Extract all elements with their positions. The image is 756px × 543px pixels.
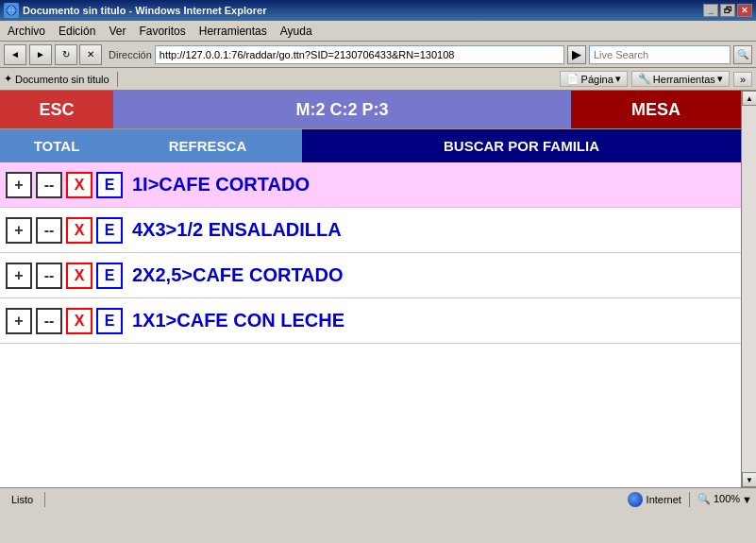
forward-btn[interactable]: ► bbox=[29, 44, 52, 65]
scroll-up-btn[interactable]: ▲ bbox=[742, 91, 756, 106]
buscar-button[interactable]: BUSCAR POR FAMILIA bbox=[302, 129, 741, 162]
favorites-bar: ✦ Documento sin titulo 📄 Página ▾ 🔧 Herr… bbox=[0, 68, 756, 91]
order-text-3: 1X1>CAFE CON LECHE bbox=[132, 310, 344, 331]
status-text: Listo bbox=[4, 494, 41, 505]
title-bar: Documento sin titulo - Windows Internet … bbox=[0, 0, 756, 21]
restore-btn[interactable]: 🗗 bbox=[720, 4, 735, 17]
status-divider2 bbox=[689, 492, 690, 507]
page-btn[interactable]: 📄 Página ▾ bbox=[560, 71, 628, 87]
total-button[interactable]: TOTAL bbox=[0, 129, 113, 162]
scroll-down-btn[interactable]: ▼ bbox=[742, 472, 756, 487]
back-btn[interactable]: ◄ bbox=[4, 44, 26, 65]
order-row-1: + -- X E 4X3>1/2 ENSALADILLA bbox=[0, 208, 741, 253]
plus-btn-2[interactable]: + bbox=[6, 263, 32, 289]
globe-icon bbox=[628, 492, 643, 507]
scroll-track[interactable] bbox=[742, 106, 756, 472]
main-panel: ESC M:2 C:2 P:3 MESA TOTAL REFRESCA BUSC… bbox=[0, 91, 741, 487]
app-icon bbox=[4, 3, 19, 18]
menu-ayuda[interactable]: Ayuda bbox=[275, 23, 318, 40]
tools-btn[interactable]: 🔧 Herramientas ▾ bbox=[631, 71, 730, 87]
x-btn-0[interactable]: X bbox=[66, 172, 92, 198]
minimize-btn[interactable]: _ bbox=[703, 4, 718, 17]
x-btn-3[interactable]: X bbox=[66, 308, 92, 334]
close-btn[interactable]: ✕ bbox=[737, 4, 752, 17]
plus-btn-1[interactable]: + bbox=[6, 217, 32, 244]
menu-favoritos[interactable]: Favoritos bbox=[133, 23, 191, 40]
app-header: ESC M:2 C:2 P:3 MESA bbox=[0, 91, 741, 128]
menu-herramientas[interactable]: Herramientas bbox=[193, 23, 273, 40]
status-display: M:2 C:2 P:3 bbox=[113, 91, 571, 128]
address-label: Dirección bbox=[109, 49, 152, 60]
order-row-0: + -- X E 1I>CAFE CORTADO bbox=[0, 162, 741, 208]
plus-btn-3[interactable]: + bbox=[6, 308, 32, 334]
minus-btn-2[interactable]: -- bbox=[36, 263, 62, 289]
tools-icon: 🔧 bbox=[638, 73, 651, 85]
tools-chevron: ▾ bbox=[717, 73, 723, 85]
status-right: Internet 🔍 100% ▼ bbox=[628, 492, 752, 507]
e-btn-3[interactable]: E bbox=[96, 308, 123, 334]
x-btn-2[interactable]: X bbox=[66, 263, 92, 289]
app-second-row: TOTAL REFRESCA BUSCAR POR FAMILIA bbox=[0, 128, 741, 162]
zoom-label: 🔍 100% bbox=[697, 493, 740, 505]
menu-ver[interactable]: Ver bbox=[103, 23, 131, 40]
internet-label: Internet bbox=[647, 494, 681, 505]
address-bar: ◄ ► ↻ ✕ Dirección ▶ 🔍 bbox=[0, 42, 756, 68]
minus-btn-0[interactable]: -- bbox=[36, 172, 62, 198]
page-chevron: ▾ bbox=[615, 73, 621, 85]
window-controls[interactable]: _ 🗗 ✕ bbox=[703, 4, 752, 17]
e-btn-1[interactable]: E bbox=[96, 217, 123, 244]
go-btn[interactable]: ▶ bbox=[567, 45, 586, 64]
order-row-3: + -- X E 1X1>CAFE CON LECHE bbox=[0, 298, 741, 344]
x-btn-1[interactable]: X bbox=[66, 217, 92, 244]
zoom-control[interactable]: 🔍 100% ▼ bbox=[697, 493, 752, 505]
internet-status: Internet bbox=[628, 492, 681, 507]
refresh-btn[interactable]: ↻ bbox=[55, 44, 77, 65]
orders-container: + -- X E 1I>CAFE CORTADO + -- X E 4X3>1/… bbox=[0, 162, 741, 344]
expand-btn[interactable]: » bbox=[733, 72, 752, 87]
refresca-button[interactable]: REFRESCA bbox=[113, 129, 302, 162]
favorites-tab: Documento sin titulo bbox=[15, 74, 109, 85]
status-divider bbox=[44, 492, 45, 507]
order-text-2: 2X2,5>CAFE CORTADO bbox=[132, 264, 344, 286]
title-text: Documento sin titulo - Windows Internet … bbox=[23, 5, 266, 16]
e-btn-0[interactable]: E bbox=[96, 172, 123, 198]
order-text-0: 1I>CAFE CORTADO bbox=[132, 174, 310, 195]
fav-right-controls: 📄 Página ▾ 🔧 Herramientas ▾ » bbox=[560, 71, 752, 87]
url-input[interactable] bbox=[155, 45, 564, 64]
status-bar: Listo Internet 🔍 100% ▼ bbox=[0, 487, 756, 510]
order-text-1: 4X3>1/2 ENSALADILLA bbox=[132, 219, 342, 241]
fav-separator bbox=[117, 72, 118, 87]
order-row-2: + -- X E 2X2,5>CAFE CORTADO bbox=[0, 253, 741, 298]
search-input[interactable] bbox=[589, 45, 731, 64]
stop-btn[interactable]: ✕ bbox=[79, 44, 102, 65]
content-area: ESC M:2 C:2 P:3 MESA TOTAL REFRESCA BUSC… bbox=[0, 91, 756, 487]
menu-bar: Archivo Edición Ver Favoritos Herramient… bbox=[0, 21, 756, 42]
page-icon: 📄 bbox=[566, 73, 580, 85]
mesa-button[interactable]: MESA bbox=[571, 91, 741, 128]
search-go-btn[interactable]: 🔍 bbox=[733, 45, 752, 64]
minus-btn-3[interactable]: -- bbox=[36, 308, 62, 334]
esc-button[interactable]: ESC bbox=[0, 91, 113, 128]
add-favorites-btn[interactable]: ✦ Documento sin titulo bbox=[4, 73, 109, 85]
menu-edicion[interactable]: Edición bbox=[53, 23, 101, 40]
plus-btn-0[interactable]: + bbox=[6, 172, 32, 198]
zoom-arrow: ▼ bbox=[742, 494, 752, 505]
minus-btn-1[interactable]: -- bbox=[36, 217, 62, 244]
scrollbar[interactable]: ▲ ▼ bbox=[741, 91, 756, 487]
e-btn-2[interactable]: E bbox=[96, 263, 123, 289]
menu-archivo[interactable]: Archivo bbox=[2, 23, 51, 40]
star-icon: ✦ bbox=[4, 73, 12, 85]
